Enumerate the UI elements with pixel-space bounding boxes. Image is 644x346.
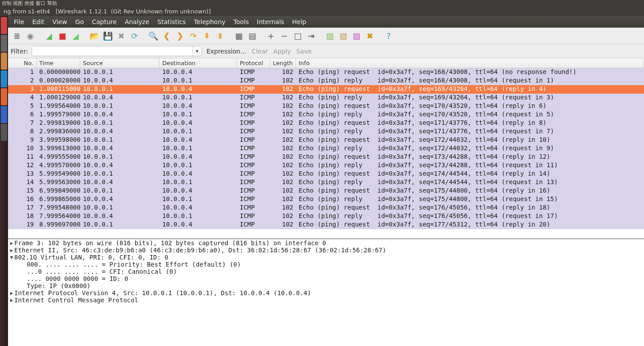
packet-list-header[interactable]: No. Time Source Destination Protocol Len… xyxy=(8,58,644,68)
col-header-src[interactable]: Source xyxy=(80,58,160,68)
resize-cols-icon[interactable]: ⇥ xyxy=(305,29,317,42)
detail-row[interactable]: .... 0000 0000 0000 = ID: 0 xyxy=(8,275,644,282)
apply-button[interactable]: Apply xyxy=(272,48,292,55)
filter-input[interactable] xyxy=(32,46,193,56)
open-icon[interactable]: 📂 xyxy=(88,29,101,42)
col-header-dst[interactable]: Destination xyxy=(160,58,237,68)
col-header-len[interactable]: Length xyxy=(270,58,296,68)
dock-icon[interactable] xyxy=(1,35,7,52)
packet-row[interactable]: 198.99969700010.0.0.110.0.0.4ICMP102Echo… xyxy=(8,221,644,229)
prefs-icon[interactable]: ✖ xyxy=(364,29,376,42)
fwd-icon[interactable]: ❯ xyxy=(174,29,186,42)
goto-last-icon[interactable]: ⇟ xyxy=(214,29,226,42)
col-header-no[interactable]: No. xyxy=(8,58,37,68)
display-filters-icon[interactable]: ▨ xyxy=(337,29,349,42)
dock-icon[interactable] xyxy=(1,53,7,70)
find-icon[interactable]: 🔍 xyxy=(147,29,160,42)
menu-internals[interactable]: Internals xyxy=(254,17,287,26)
triangle-right-icon[interactable]: ▶ xyxy=(9,297,14,303)
menu-statistics[interactable]: Statistics xyxy=(154,17,189,26)
menu-analyze[interactable]: Analyze xyxy=(122,17,152,26)
packet-row[interactable]: 31.00011500010.0.0.110.0.0.4ICMP102Echo … xyxy=(8,85,644,94)
packet-row[interactable]: 103.99961300010.0.0.410.0.0.1ICMP102Echo… xyxy=(8,144,644,153)
clear-button[interactable]: Clear xyxy=(251,48,269,55)
detail-row[interactable]: ▶Ethernet II, Src: 46:c3:de:b9:b6:a0 (46… xyxy=(8,247,644,254)
packet-row[interactable]: 156.99984900010.0.0.110.0.0.4ICMP102Echo… xyxy=(8,187,644,195)
filter-dropdown-button[interactable]: ▾ xyxy=(193,46,201,56)
menu-telephony[interactable]: Telephony xyxy=(191,17,229,26)
packet-row[interactable]: 82.99983600010.0.0.410.0.0.1ICMP102Echo … xyxy=(8,128,644,136)
packet-row[interactable]: 72.99981900010.0.0.110.0.0.4ICMP102Echo … xyxy=(8,119,644,128)
cell-time: 5.999549000 xyxy=(37,170,80,178)
triangle-right-icon[interactable]: ▶ xyxy=(9,247,14,253)
detail-row[interactable]: 000. .... .... .... = Priority: Best Eff… xyxy=(8,261,644,268)
dock-icon[interactable] xyxy=(1,88,7,105)
menu-file[interactable]: File xyxy=(11,17,27,26)
col-header-proto[interactable]: Protocol xyxy=(237,58,270,68)
packet-row[interactable]: 41.00012900010.0.0.410.0.0.1ICMP102Echo … xyxy=(8,94,644,102)
packet-row[interactable]: 177.99954800010.0.0.110.0.0.4ICMP102Echo… xyxy=(8,204,644,212)
dock-icon[interactable] xyxy=(1,17,7,34)
jump-icon[interactable]: ↷ xyxy=(187,29,200,42)
goto-first-icon[interactable]: ⇞ xyxy=(201,29,213,42)
help-icon[interactable]: ? xyxy=(382,29,395,42)
cell-src: 10.0.0.4 xyxy=(80,77,160,85)
menu-go[interactable]: Go xyxy=(72,17,87,26)
packet-list-body[interactable]: 10.00000000010.0.0.110.0.0.4ICMP102Echo … xyxy=(8,68,644,238)
triangle-down-icon[interactable]: ▼ xyxy=(9,255,14,260)
options-icon[interactable]: ◉ xyxy=(24,29,37,42)
detail-row[interactable]: ▶Frame 3: 102 bytes on wire (816 bits), … xyxy=(8,239,644,247)
detail-row[interactable]: ▶Internet Protocol Version 4, Src: 10.0.… xyxy=(8,289,644,297)
packet-row[interactable]: 10.00000000010.0.0.110.0.0.4ICMP102Echo … xyxy=(8,68,644,77)
dock-icon[interactable] xyxy=(1,70,7,87)
cell-time: 7.999564000 xyxy=(37,212,80,221)
packet-row[interactable]: 187.99956400010.0.0.410.0.0.1ICMP102Echo… xyxy=(8,212,644,221)
menu-edit[interactable]: Edit xyxy=(29,17,47,26)
reload-icon[interactable]: ⟳ xyxy=(128,29,141,42)
packet-row[interactable]: 135.99954900010.0.0.110.0.0.4ICMP102Echo… xyxy=(8,170,644,178)
triangle-right-icon[interactable]: ▶ xyxy=(9,240,14,246)
coloring-rules-icon[interactable]: ▨ xyxy=(350,29,363,42)
back-icon[interactable]: ❮ xyxy=(160,29,173,42)
colorize-icon[interactable]: ▦ xyxy=(233,29,245,42)
auto-scroll-icon[interactable]: ▤ xyxy=(246,29,258,42)
cell-src: 10.0.0.4 xyxy=(80,212,160,221)
menu-help[interactable]: Help xyxy=(289,17,310,26)
dock-icon[interactable] xyxy=(1,124,7,141)
packet-row[interactable]: 20.00002800010.0.0.410.0.0.1ICMP102Echo … xyxy=(8,77,644,85)
expression-button[interactable]: Expression... xyxy=(205,48,247,55)
packet-row[interactable]: 51.99956400010.0.0.110.0.0.4ICMP102Echo … xyxy=(8,102,644,111)
packet-row[interactable]: 93.99959800010.0.0.110.0.0.4ICMP102Echo … xyxy=(8,136,644,144)
packet-row[interactable]: 114.99955500010.0.0.110.0.0.4ICMP102Echo… xyxy=(8,153,644,161)
zoom-in-icon[interactable]: + xyxy=(265,29,277,42)
capture-filters-icon[interactable]: ▨ xyxy=(324,29,336,42)
unity-launcher[interactable] xyxy=(0,16,8,346)
packet-row[interactable]: 145.99956300010.0.0.410.0.0.1ICMP102Echo… xyxy=(8,178,644,187)
packet-row[interactable]: 61.99957900010.0.0.410.0.0.1ICMP102Echo … xyxy=(8,111,644,119)
zoom-out-icon[interactable]: − xyxy=(278,29,291,42)
start-capture-icon[interactable]: ◢ xyxy=(43,29,55,42)
detail-row[interactable]: ▶Internet Control Message Protocol xyxy=(8,297,644,304)
cell-no: 4 xyxy=(8,94,37,102)
restart-capture-icon[interactable]: ◢ xyxy=(70,29,82,42)
detail-row[interactable]: Type: IP (0x0800) xyxy=(8,282,644,289)
zoom-reset-icon[interactable]: □ xyxy=(291,29,304,42)
dock-icon[interactable] xyxy=(1,106,7,123)
packet-row[interactable]: 124.99957000010.0.0.410.0.0.1ICMP102Echo… xyxy=(8,161,644,170)
menu-capture[interactable]: Capture xyxy=(89,17,120,26)
col-header-info[interactable]: Info xyxy=(296,58,644,68)
list-icon[interactable]: ≣ xyxy=(11,29,23,42)
save-icon[interactable]: 💾 xyxy=(102,29,114,42)
detail-row[interactable]: ▼802.1Q Virtual LAN, PRI: 0, CFI: 0, ID:… xyxy=(8,254,644,261)
triangle-right-icon[interactable]: ▶ xyxy=(9,290,14,296)
stop-capture-icon[interactable]: ■ xyxy=(56,29,69,42)
col-header-time[interactable]: Time xyxy=(37,58,80,68)
menu-tools[interactable]: Tools xyxy=(230,17,252,26)
menu-view[interactable]: View xyxy=(49,17,70,26)
close-icon[interactable]: ✖ xyxy=(115,29,127,42)
packet-details-pane[interactable]: ▶Frame 3: 102 bytes on wire (816 bits), … xyxy=(8,239,644,346)
detail-row[interactable]: ...0 .... .... .... = CFI: Canonical (0) xyxy=(8,268,644,275)
cell-info: Echo (ping) request id=0x3a7f, seq=171/4… xyxy=(296,119,644,128)
packet-row[interactable]: 166.99986500010.0.0.410.0.0.1ICMP102Echo… xyxy=(8,195,644,204)
save-button[interactable]: Save xyxy=(295,48,312,55)
